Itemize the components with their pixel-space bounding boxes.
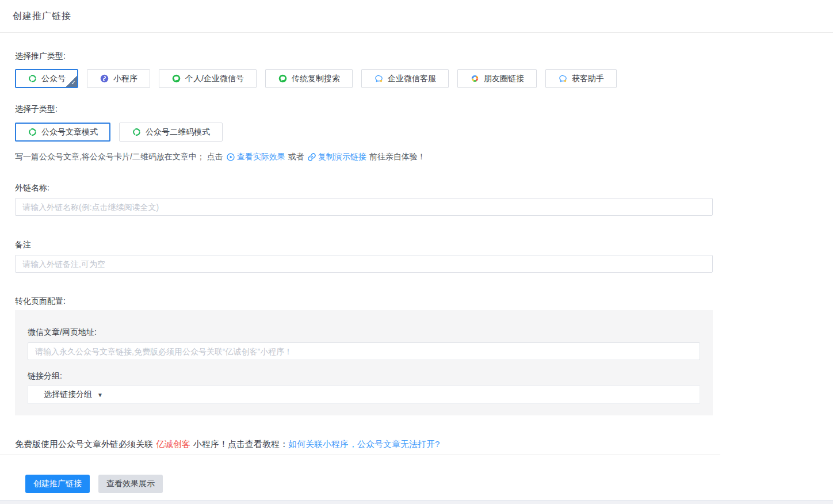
promo-type-option-label: 朋友圈链接: [484, 74, 524, 84]
promo-type-option-label: 个人/企业微信号: [185, 74, 244, 84]
sub-type-option-label: 公众号二维码模式: [146, 127, 210, 138]
page-bottom-strip: [0, 500, 833, 504]
promo-type-copy-search[interactable]: 传统复制搜索: [265, 69, 353, 88]
sub-type-hint: 写一篇公众号文章,将公众号卡片/二维码放在文章中； 点击 查看实际效果 或者 复…: [15, 152, 833, 162]
selected-check-icon: ✓: [66, 76, 77, 87]
promo-type-option-label: 传统复制搜索: [292, 74, 340, 84]
create-link-button[interactable]: 创建推广链接: [25, 475, 90, 493]
page-title: 创建推广链接: [13, 10, 71, 22]
conversion-config-label: 转化页面配置:: [15, 295, 833, 307]
conversion-config-panel: 微信文章/网页地址: 链接分组: 选择链接分组 ▼: [15, 310, 713, 415]
sub-type-label: 选择子类型:: [15, 103, 833, 114]
sub-type-options: 公众号文章模式 公众号二维码模式: [15, 123, 833, 142]
link-name-label: 外链名称:: [15, 182, 833, 193]
promo-type-personal-wechat[interactable]: 个人/企业微信号: [159, 69, 257, 88]
promo-type-work-wechat-service[interactable]: 企业微信客服: [361, 69, 449, 88]
page-header: 创建推广链接: [0, 0, 833, 33]
wechat-official-account-icon: [132, 127, 142, 137]
promo-type-options: 公众号 ✓ 小程序 个人/企业微信号 传统复制搜索 企业微信客服 朋友圈链接 获…: [15, 69, 833, 88]
link-group-select[interactable]: 选择链接分组 ▼: [28, 385, 700, 404]
link-group-value: 选择链接分组: [44, 390, 92, 400]
wechat-green-bubble-icon: [278, 74, 288, 83]
chevron-down-icon: ▼: [97, 392, 103, 398]
notice-brand-highlight: 亿诚创客: [156, 439, 190, 449]
moments-ring-icon: [470, 74, 480, 83]
wechat-green-bubble-icon: [171, 74, 181, 83]
link-group-label: 链接分组:: [28, 370, 700, 381]
free-version-notice: 免费版使用公众号文章外链必须关联亿诚创客小程序！点击查看教程：如何关联小程序，公…: [15, 438, 833, 450]
notice-part1: 免费版使用公众号文章外链必须关联: [15, 439, 153, 449]
preview-effect-button[interactable]: 查看效果展示: [98, 475, 163, 493]
create-link-form: 选择推广类型: 公众号 ✓ 小程序 个人/企业微信号 传统复制搜索 企业微信客服…: [0, 50, 833, 493]
promo-type-customer-assistant[interactable]: 获客助手: [545, 69, 617, 88]
miniprogram-icon: [100, 74, 109, 83]
remark-label: 备注: [15, 239, 833, 250]
promo-type-option-label: 获客助手: [572, 74, 604, 84]
sub-type-option-label: 公众号文章模式: [41, 127, 98, 138]
tutorial-link[interactable]: 如何关联小程序，公众号文章无法打开?: [288, 439, 440, 449]
sub-type-article-mode[interactable]: 公众号文章模式: [15, 123, 110, 142]
promo-type-official-account[interactable]: 公众号 ✓: [15, 69, 78, 88]
chat-bubble-outline-icon: [558, 74, 568, 83]
link-name-input[interactable]: [15, 198, 713, 216]
hint-prefix: 写一篇公众号文章,将公众号卡片/二维码放在文章中； 点击: [15, 152, 223, 162]
promo-type-option-label: 企业微信客服: [388, 74, 436, 84]
promo-type-moments-link[interactable]: 朋友圈链接: [457, 69, 537, 88]
remark-input[interactable]: [15, 255, 713, 273]
hint-suffix: 前往亲自体验！: [369, 152, 426, 162]
article-url-label: 微信文章/网页地址:: [28, 326, 700, 338]
copy-demo-link[interactable]: 复制演示链接: [307, 152, 366, 162]
play-circle-icon: [226, 152, 235, 162]
notice-part2: 小程序！点击查看教程：: [193, 439, 288, 449]
promo-type-miniprogram[interactable]: 小程序: [87, 69, 150, 88]
promo-type-option-label: 小程序: [113, 74, 137, 84]
hint-middle: 或者: [288, 152, 304, 162]
footer-divider: [0, 455, 720, 455]
wechat-official-account-icon: [28, 127, 37, 137]
article-url-input[interactable]: [28, 342, 700, 360]
promo-type-label: 选择推广类型:: [15, 50, 833, 62]
sub-type-qrcode-mode[interactable]: 公众号二维码模式: [119, 123, 223, 142]
wechat-official-account-icon: [28, 74, 37, 83]
promo-type-option-label: 公众号: [41, 74, 66, 84]
form-actions: 创建推广链接 查看效果展示: [15, 475, 833, 493]
view-demo-link[interactable]: 查看实际效果: [226, 152, 285, 162]
chain-link-icon: [307, 152, 316, 162]
chat-bubble-outline-icon: [374, 74, 384, 83]
